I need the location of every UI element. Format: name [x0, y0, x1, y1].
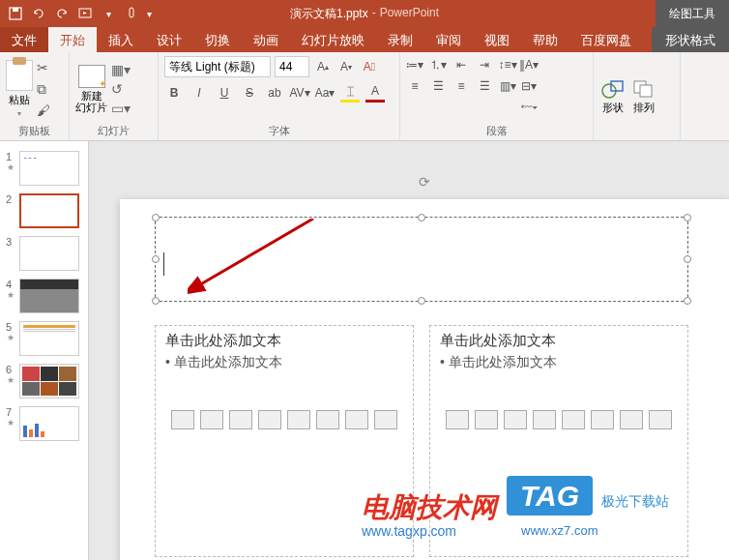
thumbnail-7[interactable]: 7★: [0, 402, 88, 445]
insert-video-icon[interactable]: [620, 410, 643, 429]
tab-view[interactable]: 视图: [473, 27, 521, 52]
decrease-font-icon[interactable]: A▾: [336, 57, 356, 76]
bold-button[interactable]: B: [164, 83, 184, 103]
more-icon[interactable]: ▾: [101, 6, 116, 21]
format-painter-icon[interactable]: 🖌: [37, 103, 52, 118]
tab-home[interactable]: 开始: [48, 27, 97, 52]
new-slide-button[interactable]: 新建 幻灯片: [75, 65, 107, 113]
touch-icon[interactable]: [124, 6, 139, 21]
strike-button[interactable]: S: [240, 83, 259, 103]
increase-font-icon[interactable]: A▴: [313, 57, 333, 76]
insert-table-icon[interactable]: [171, 410, 194, 429]
thumbnail-4[interactable]: 4★: [0, 275, 88, 317]
resize-handle[interactable]: [152, 255, 160, 263]
tab-animations[interactable]: 动画: [242, 27, 290, 52]
numbering-icon[interactable]: ⒈▾: [429, 56, 447, 74]
shadow-button[interactable]: ab: [265, 83, 284, 103]
insert-online-pic-icon[interactable]: [316, 410, 339, 429]
redo-icon[interactable]: [54, 6, 70, 21]
font-name-select[interactable]: [164, 56, 271, 77]
smartart-icon[interactable]: ⬳▾: [520, 99, 538, 116]
layout-icon[interactable]: ▦▾: [111, 62, 131, 77]
tab-slideshow[interactable]: 幻灯片放映: [290, 27, 376, 52]
insert-picture-icon[interactable]: [287, 410, 310, 429]
indent-decrease-icon[interactable]: ⇤: [452, 56, 470, 74]
insert-table-icon[interactable]: [446, 410, 469, 429]
line-spacing-icon[interactable]: ↕≡▾: [499, 56, 516, 74]
title-textbox[interactable]: [155, 217, 688, 302]
insert-chart-icon[interactable]: [200, 410, 223, 429]
align-text-icon[interactable]: ⊟▾: [520, 77, 538, 95]
insert-3d-icon[interactable]: [258, 410, 281, 429]
align-center-icon[interactable]: ☰: [429, 77, 447, 95]
insert-chart-icon[interactable]: [475, 410, 498, 429]
insert-3d-icon[interactable]: [533, 410, 556, 429]
italic-button[interactable]: I: [190, 83, 209, 103]
copy-icon[interactable]: ⧉: [37, 81, 52, 97]
tab-shape-format[interactable]: 形状格式: [652, 27, 729, 52]
font-color-icon[interactable]: A: [365, 83, 385, 103]
resize-handle[interactable]: [152, 297, 160, 305]
align-justify-icon[interactable]: ☰: [476, 77, 493, 95]
slideshow-icon[interactable]: [77, 6, 93, 21]
slide-thumbnail-panel[interactable]: 1★ ▪▪▪▪▪▪ 2 3 4★ 5★ 6★ 7★: [0, 141, 89, 560]
change-case-icon[interactable]: Aa▾: [315, 83, 335, 103]
tab-help[interactable]: 帮助: [521, 27, 569, 52]
char-spacing-icon[interactable]: AV▾: [290, 83, 309, 103]
resize-handle[interactable]: [418, 297, 425, 305]
text-direction-icon[interactable]: ‖A▾: [520, 56, 538, 74]
highlight-color-icon[interactable]: ⌶: [340, 83, 360, 103]
resize-handle[interactable]: [684, 255, 691, 263]
bullets-icon[interactable]: ≔▾: [406, 56, 423, 74]
columns-icon[interactable]: ▥▾: [499, 77, 516, 95]
group-paragraph-label: 段落: [406, 122, 587, 138]
content-title-right: 单击此处添加文本: [440, 332, 678, 350]
indent-increase-icon[interactable]: ⇥: [476, 56, 493, 74]
reset-icon[interactable]: ↺: [111, 81, 131, 97]
rotate-handle-icon[interactable]: ⟳: [419, 174, 430, 190]
insert-video-icon[interactable]: [345, 410, 368, 429]
undo-icon[interactable]: [31, 6, 46, 21]
resize-handle[interactable]: [418, 214, 425, 221]
align-left-icon[interactable]: ≡: [406, 77, 423, 95]
insert-picture-icon[interactable]: [562, 410, 585, 429]
insert-smartart-icon[interactable]: [504, 410, 527, 429]
group-clipboard-label: 剪贴板: [6, 122, 63, 138]
thumbnail-3[interactable]: 3: [0, 232, 88, 275]
font-size-select[interactable]: [275, 56, 309, 77]
watermark-url-2: www.xz7.com: [521, 523, 598, 538]
arrange-button[interactable]: 排列: [630, 77, 657, 115]
resize-handle[interactable]: [684, 214, 691, 221]
group-font-label: 字体: [164, 122, 394, 138]
thumbnail-6[interactable]: 6★: [0, 360, 88, 402]
section-icon[interactable]: ▭▾: [111, 101, 131, 116]
tab-insert[interactable]: 插入: [97, 27, 145, 52]
insert-icon-icon[interactable]: [374, 410, 397, 429]
svg-rect-3: [130, 8, 133, 17]
underline-button[interactable]: U: [215, 83, 234, 103]
resize-handle[interactable]: [684, 297, 691, 305]
tab-baidu[interactable]: 百度网盘: [569, 27, 643, 52]
save-icon[interactable]: [8, 6, 23, 21]
tab-record[interactable]: 录制: [376, 27, 424, 52]
thumbnail-1[interactable]: 1★ ▪▪▪▪▪▪: [0, 147, 88, 190]
thumbnail-5[interactable]: 5★: [0, 317, 88, 360]
insert-smartart-icon[interactable]: [229, 410, 252, 429]
insert-icon-icon[interactable]: [649, 410, 672, 429]
tab-design[interactable]: 设计: [145, 27, 193, 52]
content-bullet-left: • 单击此处添加文本: [165, 354, 403, 371]
paste-button[interactable]: 粘贴 ▾: [6, 60, 33, 118]
clear-format-icon[interactable]: A⃠: [360, 57, 379, 76]
shapes-button[interactable]: 形状: [599, 77, 627, 115]
cut-icon[interactable]: ✂: [37, 60, 52, 75]
tab-review[interactable]: 审阅: [424, 27, 473, 52]
tab-transitions[interactable]: 切换: [193, 27, 242, 52]
slide-canvas[interactable]: ⟳ 单击此处添加文本 • 单击此处添加文本: [120, 199, 729, 560]
tab-file[interactable]: 文件: [0, 27, 48, 52]
contextual-tool-tab: 绘图工具: [656, 0, 729, 28]
slide-canvas-area[interactable]: ⟳ 单击此处添加文本 • 单击此处添加文本: [89, 141, 729, 560]
insert-online-pic-icon[interactable]: [591, 410, 614, 429]
align-right-icon[interactable]: ≡: [452, 77, 470, 95]
resize-handle[interactable]: [152, 214, 160, 221]
thumbnail-2[interactable]: 2: [0, 190, 88, 232]
